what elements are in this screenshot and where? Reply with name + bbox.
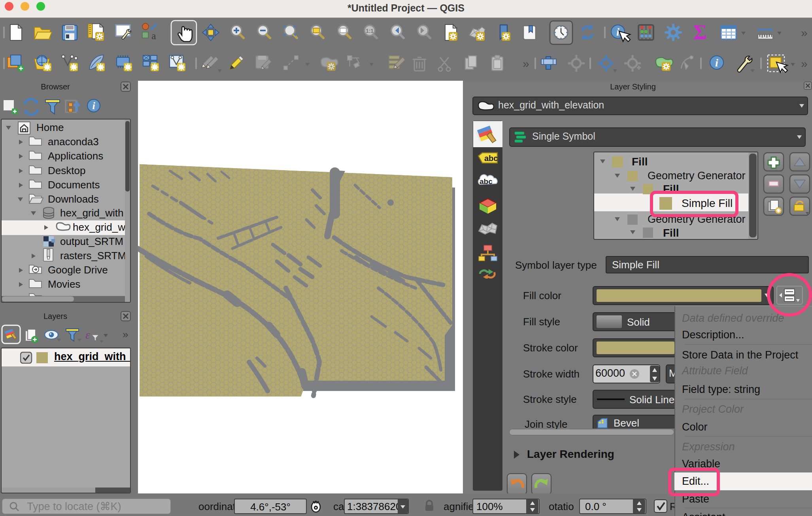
svg-text:Σ: Σ bbox=[693, 21, 707, 44]
svg-text:a: a bbox=[151, 30, 156, 42]
svg-text:»: » bbox=[123, 328, 128, 340]
svg-text:abc: abc bbox=[480, 177, 493, 186]
svg-text:»: » bbox=[801, 26, 808, 39]
svg-text:ε: ε bbox=[85, 328, 90, 341]
svg-text:1:1: 1:1 bbox=[366, 28, 374, 34]
svg-text:»: » bbox=[523, 57, 529, 70]
svg-text:i: i bbox=[92, 100, 95, 112]
svg-text:abc: abc bbox=[484, 154, 498, 163]
svg-text:»: » bbox=[801, 57, 808, 70]
